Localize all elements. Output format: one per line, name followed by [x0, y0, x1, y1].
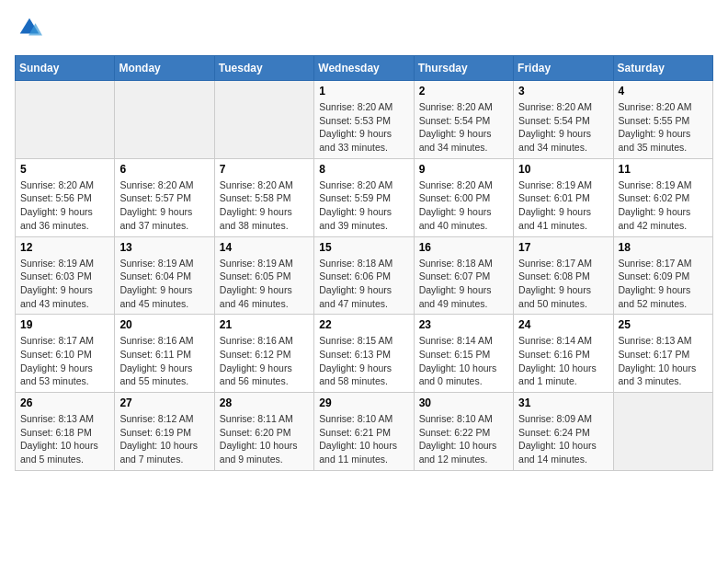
day-info: Sunrise: 8:10 AM Sunset: 6:22 PM Dayligh…: [419, 412, 508, 466]
weekday-header: Sunday: [16, 56, 115, 81]
calendar-cell: 31Sunrise: 8:09 AM Sunset: 6:24 PM Dayli…: [514, 393, 613, 471]
calendar-cell: 4Sunrise: 8:20 AM Sunset: 5:55 PM Daylig…: [613, 81, 712, 159]
day-number: 11: [619, 163, 708, 176]
calendar-cell: 10Sunrise: 8:19 AM Sunset: 6:01 PM Dayli…: [514, 158, 613, 236]
calendar-cell: 15Sunrise: 8:18 AM Sunset: 6:06 PM Dayli…: [314, 236, 414, 315]
calendar-cell: 11Sunrise: 8:19 AM Sunset: 6:02 PM Dayli…: [613, 158, 712, 236]
day-info: Sunrise: 8:19 AM Sunset: 6:01 PM Dayligh…: [518, 178, 608, 233]
day-info: Sunrise: 8:20 AM Sunset: 5:59 PM Dayligh…: [319, 178, 408, 233]
day-info: Sunrise: 8:17 AM Sunset: 6:09 PM Dayligh…: [619, 257, 708, 311]
calendar-cell: 24Sunrise: 8:14 AM Sunset: 6:16 PM Dayli…: [514, 315, 613, 393]
day-info: Sunrise: 8:13 AM Sunset: 6:18 PM Dayligh…: [20, 412, 109, 466]
day-number: 24: [518, 318, 608, 331]
day-info: Sunrise: 8:12 AM Sunset: 6:19 PM Dayligh…: [119, 412, 209, 466]
day-info: Sunrise: 8:09 AM Sunset: 6:24 PM Dayligh…: [518, 412, 608, 466]
day-info: Sunrise: 8:13 AM Sunset: 6:17 PM Dayligh…: [619, 334, 708, 388]
day-number: 23: [419, 318, 508, 331]
calendar-cell: 21Sunrise: 8:16 AM Sunset: 6:12 PM Dayli…: [214, 315, 313, 393]
calendar-cell: 19Sunrise: 8:17 AM Sunset: 6:10 PM Dayli…: [16, 315, 115, 393]
calendar-cell: 3Sunrise: 8:20 AM Sunset: 5:54 PM Daylig…: [514, 81, 613, 159]
day-info: Sunrise: 8:16 AM Sunset: 6:11 PM Dayligh…: [119, 334, 209, 388]
calendar-cell: [115, 81, 214, 159]
calendar-cell: 23Sunrise: 8:14 AM Sunset: 6:15 PM Dayli…: [414, 315, 513, 393]
calendar-cell: 16Sunrise: 8:18 AM Sunset: 6:07 PM Dayli…: [414, 236, 513, 315]
calendar-week-row: 26Sunrise: 8:13 AM Sunset: 6:18 PM Dayli…: [16, 393, 713, 471]
calendar-cell: 29Sunrise: 8:10 AM Sunset: 6:21 PM Dayli…: [314, 393, 414, 471]
day-info: Sunrise: 8:14 AM Sunset: 6:15 PM Dayligh…: [419, 334, 508, 388]
day-info: Sunrise: 8:20 AM Sunset: 5:57 PM Dayligh…: [119, 178, 209, 233]
day-number: 30: [419, 396, 508, 409]
day-number: 5: [20, 163, 109, 176]
day-info: Sunrise: 8:10 AM Sunset: 6:21 PM Dayligh…: [319, 412, 408, 466]
day-number: 15: [319, 241, 408, 254]
day-info: Sunrise: 8:17 AM Sunset: 6:10 PM Dayligh…: [20, 334, 109, 388]
logo-icon: [17, 15, 42, 40]
calendar-week-row: 12Sunrise: 8:19 AM Sunset: 6:03 PM Dayli…: [16, 236, 713, 315]
day-info: Sunrise: 8:14 AM Sunset: 6:16 PM Dayligh…: [518, 334, 608, 388]
day-info: Sunrise: 8:18 AM Sunset: 6:06 PM Dayligh…: [319, 257, 408, 311]
day-number: 20: [119, 318, 209, 331]
day-number: 29: [319, 396, 408, 409]
calendar-cell: 28Sunrise: 8:11 AM Sunset: 6:20 PM Dayli…: [214, 393, 313, 471]
day-info: Sunrise: 8:11 AM Sunset: 6:20 PM Dayligh…: [220, 412, 309, 466]
day-number: 18: [619, 241, 708, 254]
calendar-cell: [214, 81, 313, 159]
day-number: 22: [319, 318, 408, 331]
calendar-cell: 1Sunrise: 8:20 AM Sunset: 5:53 PM Daylig…: [314, 81, 414, 159]
calendar-cell: 20Sunrise: 8:16 AM Sunset: 6:11 PM Dayli…: [115, 315, 214, 393]
weekday-header: Tuesday: [214, 56, 313, 81]
calendar-cell: 5Sunrise: 8:20 AM Sunset: 5:56 PM Daylig…: [16, 158, 115, 236]
weekday-header: Saturday: [613, 56, 712, 81]
day-info: Sunrise: 8:20 AM Sunset: 5:53 PM Dayligh…: [319, 100, 408, 155]
calendar-cell: 18Sunrise: 8:17 AM Sunset: 6:09 PM Dayli…: [613, 236, 712, 315]
weekday-header: Wednesday: [314, 56, 414, 81]
calendar-cell: 6Sunrise: 8:20 AM Sunset: 5:57 PM Daylig…: [115, 158, 214, 236]
day-info: Sunrise: 8:20 AM Sunset: 5:55 PM Dayligh…: [619, 100, 708, 155]
logo: [15, 15, 42, 44]
day-number: 31: [518, 396, 608, 409]
day-number: 28: [220, 396, 309, 409]
weekday-header: Thursday: [414, 56, 513, 81]
day-number: 14: [220, 241, 309, 254]
calendar-week-row: 1Sunrise: 8:20 AM Sunset: 5:53 PM Daylig…: [16, 81, 713, 159]
calendar-cell: 27Sunrise: 8:12 AM Sunset: 6:19 PM Dayli…: [115, 393, 214, 471]
day-number: 26: [20, 396, 109, 409]
calendar-cell: 14Sunrise: 8:19 AM Sunset: 6:05 PM Dayli…: [214, 236, 313, 315]
day-number: 3: [518, 85, 608, 98]
day-number: 1: [319, 85, 408, 98]
page-header: [15, 15, 713, 44]
day-number: 27: [119, 396, 209, 409]
day-info: Sunrise: 8:16 AM Sunset: 6:12 PM Dayligh…: [220, 334, 309, 388]
day-info: Sunrise: 8:20 AM Sunset: 5:54 PM Dayligh…: [419, 100, 508, 155]
day-number: 2: [419, 85, 508, 98]
day-info: Sunrise: 8:20 AM Sunset: 6:00 PM Dayligh…: [419, 178, 508, 233]
calendar-cell: 30Sunrise: 8:10 AM Sunset: 6:22 PM Dayli…: [414, 393, 513, 471]
calendar-week-row: 5Sunrise: 8:20 AM Sunset: 5:56 PM Daylig…: [16, 158, 713, 236]
day-number: 9: [419, 163, 508, 176]
calendar-cell: [613, 393, 712, 471]
day-number: 17: [518, 241, 608, 254]
calendar-cell: [16, 81, 115, 159]
calendar-cell: 7Sunrise: 8:20 AM Sunset: 5:58 PM Daylig…: [214, 158, 313, 236]
calendar-table: SundayMondayTuesdayWednesdayThursdayFrid…: [15, 55, 713, 471]
weekday-header: Monday: [115, 56, 214, 81]
day-number: 7: [220, 163, 309, 176]
day-number: 8: [319, 163, 408, 176]
day-info: Sunrise: 8:18 AM Sunset: 6:07 PM Dayligh…: [419, 257, 508, 311]
day-info: Sunrise: 8:17 AM Sunset: 6:08 PM Dayligh…: [518, 257, 608, 311]
day-info: Sunrise: 8:20 AM Sunset: 5:54 PM Dayligh…: [518, 100, 608, 155]
day-info: Sunrise: 8:15 AM Sunset: 6:13 PM Dayligh…: [319, 334, 408, 388]
calendar-week-row: 19Sunrise: 8:17 AM Sunset: 6:10 PM Dayli…: [16, 315, 713, 393]
calendar-cell: 22Sunrise: 8:15 AM Sunset: 6:13 PM Dayli…: [314, 315, 414, 393]
day-number: 19: [20, 318, 109, 331]
calendar-cell: 17Sunrise: 8:17 AM Sunset: 6:08 PM Dayli…: [514, 236, 613, 315]
day-info: Sunrise: 8:20 AM Sunset: 5:56 PM Dayligh…: [20, 178, 109, 233]
day-info: Sunrise: 8:20 AM Sunset: 5:58 PM Dayligh…: [220, 178, 309, 233]
calendar-cell: 26Sunrise: 8:13 AM Sunset: 6:18 PM Dayli…: [16, 393, 115, 471]
calendar-cell: 25Sunrise: 8:13 AM Sunset: 6:17 PM Dayli…: [613, 315, 712, 393]
calendar-cell: 8Sunrise: 8:20 AM Sunset: 5:59 PM Daylig…: [314, 158, 414, 236]
calendar-cell: 2Sunrise: 8:20 AM Sunset: 5:54 PM Daylig…: [414, 81, 513, 159]
calendar-cell: 12Sunrise: 8:19 AM Sunset: 6:03 PM Dayli…: [16, 236, 115, 315]
day-number: 13: [119, 241, 209, 254]
day-number: 12: [20, 241, 109, 254]
